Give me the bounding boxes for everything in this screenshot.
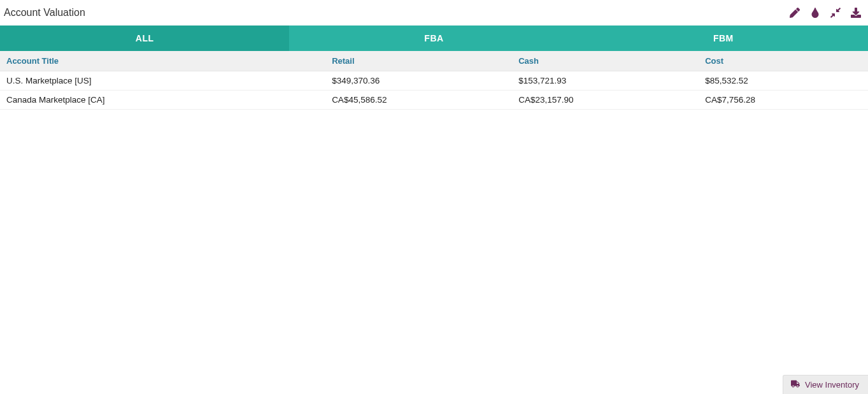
cell-cost: CA$7,756.28 [699,91,868,110]
cell-cash: CA$23,157.90 [512,91,699,110]
tint-icon[interactable] [809,7,821,18]
cell-account-title: Canada Marketplace [CA] [0,91,325,110]
col-header-retail[interactable]: Retail [325,51,512,71]
header-actions [789,7,862,18]
cell-account-title: U.S. Marketplace [US] [0,71,325,91]
col-header-account-title[interactable]: Account Title [0,51,325,71]
valuation-table: Account Title Retail Cash Cost U.S. Mark… [0,51,868,110]
edit-icon[interactable] [789,7,800,18]
tabs: ALL FBA FBM [0,26,868,51]
truck-icon [791,379,800,390]
cell-cash: $153,721.93 [512,71,699,91]
compress-icon[interactable] [830,7,841,18]
col-header-cash[interactable]: Cash [512,51,699,71]
table-row: U.S. Marketplace [US] $349,370.36 $153,7… [0,71,868,91]
cell-retail: CA$45,586.52 [325,91,512,110]
view-inventory-label: View Inventory [805,380,859,390]
col-header-cost[interactable]: Cost [699,51,868,71]
cell-cost: $85,532.52 [699,71,868,91]
tab-fbm[interactable]: FBM [579,26,868,51]
table-header-row: Account Title Retail Cash Cost [0,51,868,71]
header: Account Valuation [0,0,868,26]
page-title: Account Valuation [4,7,85,18]
download-icon[interactable] [850,7,862,18]
tab-fba[interactable]: FBA [289,26,578,51]
cell-retail: $349,370.36 [325,71,512,91]
table-row: Canada Marketplace [CA] CA$45,586.52 CA$… [0,91,868,110]
view-inventory-button[interactable]: View Inventory [783,375,868,394]
tab-all[interactable]: ALL [0,26,289,51]
